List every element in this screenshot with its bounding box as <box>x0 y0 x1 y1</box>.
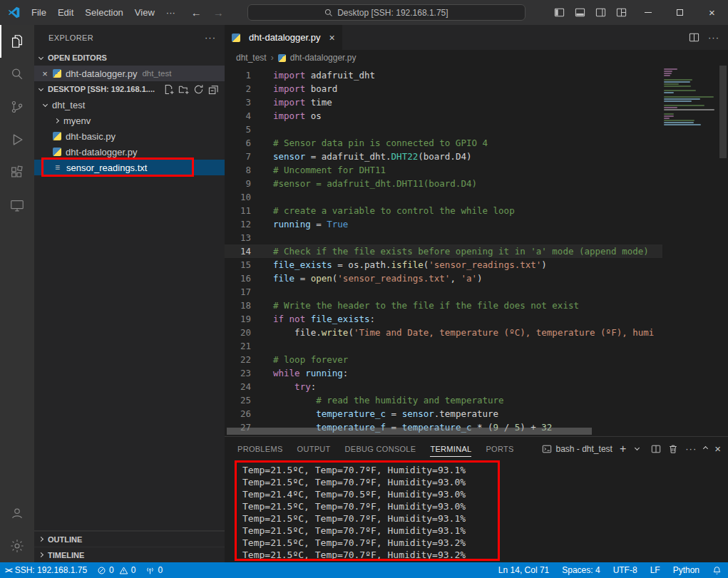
code-line[interactable]: 1import adafruit_dht <box>225 68 662 82</box>
line-number[interactable]: 3 <box>225 96 251 109</box>
extensions-icon[interactable] <box>0 156 34 189</box>
line-number[interactable]: 5 <box>225 123 251 136</box>
terminal-output[interactable]: Temp=21.5ºC, Temp=70.7ºF, Humidity=93.1%… <box>225 460 728 562</box>
panel-tab-output[interactable]: OUTPUT <box>290 437 338 460</box>
close-window-button[interactable]: × <box>696 0 728 25</box>
tree-item-myenv[interactable]: myenv <box>34 113 225 128</box>
workspace-section-header[interactable]: DESKTOP [SSH: 192.168.1.... <box>34 81 225 97</box>
search-sidebar-icon[interactable] <box>0 58 34 91</box>
open-editors-header[interactable]: OPEN EDITORS <box>34 50 225 66</box>
line-number[interactable]: 10 <box>225 190 251 204</box>
editor-more-actions-icon[interactable]: ··· <box>708 32 719 43</box>
panel-more-actions-icon[interactable]: ··· <box>685 443 697 454</box>
code-line[interactable]: 25 # read the humidity and temperature <box>225 393 662 407</box>
new-folder-icon[interactable] <box>178 84 189 95</box>
tab-dht-datalogger[interactable]: dht-datalogger.py × <box>225 25 342 50</box>
terminal-dropdown-chevron-icon[interactable] <box>635 445 640 450</box>
explorer-more-actions-icon[interactable]: ··· <box>205 32 216 43</box>
menu-file[interactable]: File <box>26 4 52 21</box>
code-line[interactable]: 13 <box>225 231 662 244</box>
code-line[interactable]: 2import board <box>225 82 662 96</box>
line-number[interactable]: 17 <box>225 285 251 299</box>
collapse-all-icon[interactable] <box>208 84 219 95</box>
toggle-primary-sidebar-icon[interactable] <box>549 0 570 25</box>
outline-section-header[interactable]: OUTLINE <box>34 531 225 547</box>
line-number[interactable]: 13 <box>225 231 251 244</box>
cursor-position[interactable]: Ln 14, Col 71 <box>492 562 555 578</box>
code-line[interactable]: 14# Check if the file exists before open… <box>225 244 662 258</box>
minimap[interactable] <box>664 68 718 126</box>
horizontal-scrollbar[interactable] <box>227 428 592 435</box>
customize-layout-icon[interactable] <box>611 0 632 25</box>
remote-indicator[interactable]: >< SSH: 192.168.1.75 <box>0 562 92 578</box>
line-number[interactable]: 11 <box>225 204 251 217</box>
split-terminal-icon[interactable] <box>651 444 661 454</box>
code-line[interactable]: 18# Write the header to the file if the … <box>225 299 662 312</box>
minimize-button[interactable] <box>632 0 664 25</box>
menu-more[interactable]: ··· <box>160 4 181 21</box>
line-number[interactable]: 18 <box>225 299 251 312</box>
line-number[interactable]: 9 <box>225 177 251 190</box>
code-line[interactable]: 4import os <box>225 109 662 123</box>
tree-item-sensor-readings-txt[interactable]: ≡sensor_readings.txt <box>34 160 225 175</box>
line-number[interactable]: 22 <box>225 353 251 366</box>
line-number[interactable]: 21 <box>225 339 251 353</box>
tree-item-dht-test[interactable]: dht_test <box>34 97 225 113</box>
notifications-bell-icon[interactable] <box>706 562 728 578</box>
settings-gear-icon[interactable] <box>0 530 34 562</box>
line-number[interactable]: 15 <box>225 258 251 272</box>
code-line[interactable]: 3import time <box>225 96 662 109</box>
code-line[interactable]: 19if not file_exists: <box>225 312 662 326</box>
problems-status[interactable]: 0 0 <box>92 562 140 578</box>
tree-item-dht-basic-py[interactable]: dht-basic.py <box>34 128 225 144</box>
refresh-icon[interactable] <box>193 84 204 95</box>
toggle-secondary-sidebar-icon[interactable] <box>590 0 611 25</box>
kill-terminal-trash-icon[interactable] <box>668 444 678 454</box>
line-number[interactable]: 2 <box>225 82 251 96</box>
line-number[interactable]: 14 <box>225 244 251 258</box>
timeline-section-header[interactable]: TIMELINE <box>34 547 225 562</box>
line-number[interactable]: 1 <box>225 68 251 82</box>
navigate-forward-button[interactable]: → <box>213 6 224 19</box>
source-control-icon[interactable] <box>0 91 34 123</box>
navigate-back-button[interactable]: ← <box>191 6 202 19</box>
remote-explorer-icon[interactable] <box>0 189 34 222</box>
code-line[interactable]: 24 try: <box>225 380 662 393</box>
close-tab-icon[interactable]: × <box>329 32 334 43</box>
tree-item-dht-datalogger-py[interactable]: dht-datalogger.py <box>34 144 225 160</box>
language-mode[interactable]: Python <box>667 562 706 578</box>
menu-view[interactable]: View <box>129 4 160 21</box>
line-number[interactable]: 25 <box>225 393 251 407</box>
toggle-panel-icon[interactable] <box>570 0 590 25</box>
code-line[interactable]: 7sensor = adafruit_dht.DHT22(board.D4) <box>225 150 662 163</box>
breadcrumb-file[interactable]: dht-datalogger.py <box>290 53 357 63</box>
code-line[interactable]: 10 <box>225 190 662 204</box>
panel-tab-debug-console[interactable]: DEBUG CONSOLE <box>338 437 424 460</box>
line-number[interactable]: 12 <box>225 217 251 231</box>
line-number[interactable]: 6 <box>225 136 251 150</box>
ports-status[interactable]: 0 <box>140 562 168 578</box>
panel-tab-ports[interactable]: PORTS <box>478 437 521 460</box>
line-number[interactable]: 26 <box>225 407 251 420</box>
code-line[interactable]: 5 <box>225 123 662 136</box>
code-editor[interactable]: 1import adafruit_dht2import board3import… <box>225 66 728 436</box>
maximize-button[interactable] <box>664 0 696 25</box>
code-line[interactable]: 16file = open('sensor_readings.txt', 'a'… <box>225 272 662 285</box>
code-line[interactable]: 12running = True <box>225 217 662 231</box>
code-line[interactable]: 23while running: <box>225 366 662 380</box>
line-number[interactable]: 19 <box>225 312 251 326</box>
code-line[interactable]: 15file_exists = os.path.isfile('sensor_r… <box>225 258 662 272</box>
line-number[interactable]: 8 <box>225 163 251 177</box>
code-line[interactable]: 22# loop forever <box>225 353 662 366</box>
code-line[interactable]: 6# Sensor data pin is connected to GPIO … <box>225 136 662 150</box>
eol-status[interactable]: LF <box>644 562 667 578</box>
close-editor-icon[interactable]: × <box>39 68 51 79</box>
line-number[interactable]: 4 <box>225 109 251 123</box>
menu-selection[interactable]: Selection <box>79 4 128 21</box>
code-line[interactable]: 20 file.write('Time and Date, temperatur… <box>225 326 662 339</box>
terminal-selector[interactable]: bash - dht_test <box>542 444 612 454</box>
code-line[interactable]: 9#sensor = adafruit_dht.DHT11(board.D4) <box>225 177 662 190</box>
command-center-search[interactable]: Desktop [SSH: 192.168.1.75] <box>247 4 526 21</box>
panel-tab-terminal[interactable]: TERMINAL <box>423 437 478 460</box>
panel-tab-problems[interactable]: PROBLEMS <box>230 437 290 460</box>
